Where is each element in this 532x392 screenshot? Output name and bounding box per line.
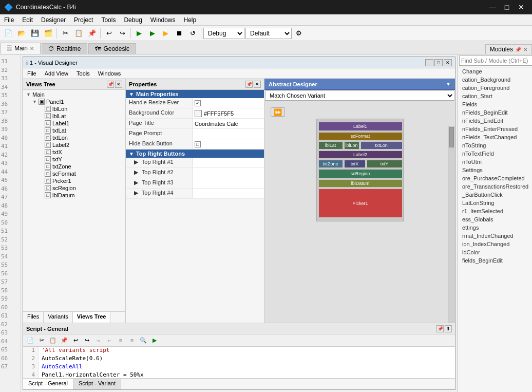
debug-select[interactable]: Debug bbox=[203, 28, 244, 39]
checkbox-txtlon[interactable]: □ bbox=[45, 135, 51, 141]
pin-button[interactable]: 📌 bbox=[515, 47, 521, 52]
module-item-nfields-beginedit[interactable]: nFields_BeginEdit bbox=[458, 108, 532, 117]
undo-button[interactable]: ↩ bbox=[103, 28, 115, 39]
script-undo-btn[interactable]: ↩ bbox=[70, 336, 81, 345]
module-item-cation-bg[interactable]: cation_Background bbox=[458, 76, 532, 84]
prop-value-page-title[interactable]: Coordinates Calc bbox=[193, 119, 264, 128]
views-tree-close-btn[interactable]: ✕ bbox=[115, 81, 122, 88]
expand-icon-top-right-3[interactable]: ▶ bbox=[134, 179, 138, 185]
module-item-ntostring[interactable]: nToString bbox=[458, 141, 532, 150]
vt-tab-variants[interactable]: Variants bbox=[44, 312, 73, 323]
prop-value-hide-back[interactable]: □ bbox=[193, 139, 264, 149]
module-item-ntoutm[interactable]: nToUtm bbox=[458, 158, 532, 166]
stop-button[interactable]: ⏹ bbox=[173, 28, 185, 39]
vd-menu-file[interactable]: File bbox=[23, 70, 41, 77]
checkbox-label2[interactable]: □ bbox=[45, 142, 51, 148]
menu-help[interactable]: Help bbox=[180, 15, 201, 25]
menu-project[interactable]: Project bbox=[70, 15, 97, 25]
tree-item-panel1[interactable]: ▼ ▣ Panel1 bbox=[24, 98, 124, 105]
checkbox-lbllon[interactable]: □ bbox=[45, 106, 51, 112]
fast-forward-button[interactable]: ⏩ bbox=[271, 107, 285, 117]
top-right-collapse-icon[interactable]: ▼ bbox=[129, 151, 134, 157]
prop-checkbox-hide-back[interactable]: □ bbox=[195, 141, 201, 147]
run-button[interactable]: ▶ bbox=[133, 28, 145, 39]
tree-item-lbllat[interactable]: □ lblLat bbox=[24, 113, 124, 120]
expand-icon-top-right-4[interactable]: ▶ bbox=[134, 190, 138, 196]
prop-value-top-right-1[interactable] bbox=[193, 158, 264, 167]
script-copy-btn[interactable]: 📋 bbox=[48, 336, 58, 345]
tree-item-label1[interactable]: □ Label1 bbox=[24, 120, 124, 127]
checkbox-txty[interactable]: □ bbox=[45, 156, 51, 162]
script-redo-btn[interactable]: ↪ bbox=[82, 336, 92, 345]
save-all-button[interactable]: 🗂️ bbox=[42, 28, 54, 39]
vd-menu-tools[interactable]: Tools bbox=[72, 70, 94, 77]
prop-value-handle-resize[interactable]: ✓ bbox=[193, 98, 264, 108]
prop-value-bg-color[interactable]: #FFF5F5F5 bbox=[193, 108, 264, 118]
expand-icon-top-right-2[interactable]: ▶ bbox=[134, 169, 138, 175]
main-props-collapse-icon[interactable]: ▼ bbox=[129, 91, 134, 97]
module-item-rmat-indexchanged[interactable]: rmat_IndexChanged bbox=[458, 232, 532, 240]
module-item-ldcolor[interactable]: ldColor bbox=[458, 248, 532, 256]
prop-checkbox-handle-resize[interactable]: ✓ bbox=[195, 100, 201, 106]
vt-tab-files[interactable]: Files bbox=[23, 312, 44, 323]
prop-value-top-right-3[interactable] bbox=[193, 178, 264, 188]
vd-maximize-button[interactable]: □ bbox=[434, 59, 443, 66]
module-item-change[interactable]: Change bbox=[458, 67, 532, 76]
close-button[interactable]: ✕ bbox=[515, 2, 528, 12]
module-item-purchase[interactable]: ore_PurchaseCompleted bbox=[458, 174, 532, 182]
tab-realtime[interactable]: ⏱ Realtime bbox=[42, 43, 87, 54]
checkbox-scformat[interactable]: □ bbox=[45, 171, 51, 177]
run2-button[interactable]: ▶ bbox=[146, 28, 159, 39]
script-cut-btn[interactable]: ✂ bbox=[36, 336, 47, 345]
checkbox-txtlat[interactable]: □ bbox=[45, 127, 51, 134]
tree-item-scformat[interactable]: □ scFormat bbox=[24, 170, 124, 177]
menu-tools[interactable]: Tools bbox=[97, 15, 120, 25]
module-item-nfields-textchanged[interactable]: nFields_TextChanged bbox=[458, 133, 532, 141]
maximize-button[interactable]: □ bbox=[500, 2, 514, 12]
script-expand-btn[interactable]: ⬆ bbox=[445, 325, 452, 332]
vd-close-button[interactable]: ✕ bbox=[444, 59, 452, 66]
checkbox-lbldatum[interactable]: □ bbox=[45, 192, 51, 198]
checkbox-panel1[interactable]: ▣ bbox=[39, 99, 45, 105]
script-outdent-btn[interactable]: ← bbox=[104, 336, 115, 345]
module-item-nfields-enterpressed[interactable]: nFields_EnterPressed bbox=[458, 125, 532, 133]
tree-item-txtlon[interactable]: □ txtLon bbox=[24, 134, 124, 141]
prop-value-page-prompt[interactable] bbox=[193, 129, 264, 139]
ad-variant-dropdown[interactable]: Match Chosen Variant bbox=[265, 90, 454, 101]
script-pin-btn[interactable]: 📌 bbox=[436, 325, 444, 332]
menu-file[interactable]: File bbox=[0, 15, 18, 25]
new-button[interactable]: 📄 bbox=[2, 28, 14, 39]
config-select[interactable]: Default bbox=[245, 28, 292, 39]
cut-button[interactable]: ✂ bbox=[59, 28, 71, 39]
props-pin-btn[interactable]: 📌 bbox=[245, 81, 253, 88]
vd-menu-windows[interactable]: Windows bbox=[94, 70, 125, 77]
close-modules-button[interactable]: ✕ bbox=[523, 47, 527, 52]
vd-menu-addview[interactable]: Add View bbox=[41, 70, 72, 77]
module-item-barbuttonclick[interactable]: _BarButtonClick bbox=[458, 191, 532, 199]
menu-windows[interactable]: Windows bbox=[146, 15, 180, 25]
s-tab-variant[interactable]: Script - Variant bbox=[73, 379, 121, 389]
tab-main[interactable]: ☰ Main ✕ bbox=[0, 43, 41, 54]
run3-button[interactable]: ▶ bbox=[160, 28, 172, 39]
module-item-cation-fg[interactable]: cation_Foreground bbox=[458, 84, 532, 92]
paste-button[interactable]: 📌 bbox=[86, 28, 98, 39]
expand-icon-top-right-1[interactable]: ▶ bbox=[134, 159, 138, 165]
module-item-ntotextfield[interactable]: nToTextField bbox=[458, 150, 532, 158]
tree-item-lbldatum[interactable]: □ lblDatum bbox=[24, 192, 124, 199]
minimize-button[interactable]: — bbox=[486, 2, 499, 12]
module-item-itemselected[interactable]: r1_ItemSelected bbox=[458, 207, 532, 215]
vd-minimize-button[interactable]: _ bbox=[425, 59, 433, 66]
module-item-cation-start[interactable]: cation_Start bbox=[458, 92, 532, 100]
checkbox-scregion[interactable]: □ bbox=[45, 185, 51, 191]
ad-dropdown-btn[interactable]: ▼ bbox=[446, 81, 451, 87]
tree-item-scregion[interactable]: □ scRegion bbox=[24, 184, 124, 192]
script-search-btn[interactable]: 🔍 bbox=[138, 336, 148, 345]
tab-geodesic[interactable]: 🗺 Geodesic bbox=[88, 43, 136, 54]
copy-button[interactable]: 📋 bbox=[72, 28, 85, 39]
menu-debug[interactable]: Debug bbox=[120, 15, 146, 25]
checkbox-txtx[interactable]: □ bbox=[45, 149, 51, 155]
module-item-transactions[interactable]: ore_TransactionsRestored bbox=[458, 182, 532, 191]
module-item-nfields-endedit[interactable]: nFields_EndEdit bbox=[458, 117, 532, 125]
save-button[interactable]: 💾 bbox=[29, 28, 41, 39]
module-item-settings[interactable]: Settings bbox=[458, 166, 532, 174]
